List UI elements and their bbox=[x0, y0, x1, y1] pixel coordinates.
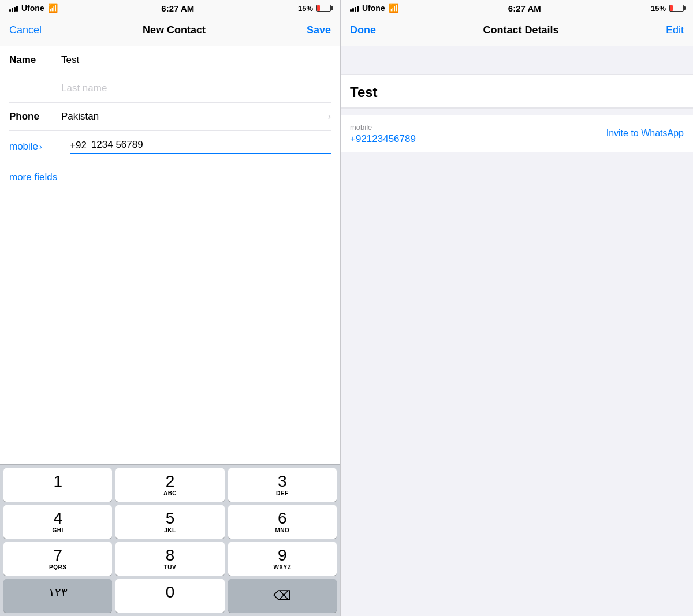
phone-type-label: mobile bbox=[350, 123, 372, 132]
name-row: Name bbox=[9, 46, 331, 74]
right-nav-bar: Done Contact Details Edit bbox=[341, 16, 693, 46]
contact-separator bbox=[341, 108, 693, 115]
phone-row: Phone Pakistan › bbox=[9, 103, 331, 131]
right-panel: Ufone 📶 6:27 AM 15% Done Contact Details… bbox=[341, 0, 693, 616]
right-battery-icon bbox=[669, 5, 684, 12]
key-4[interactable]: 4 GHI bbox=[3, 505, 112, 539]
contact-form: Name Phone Pakistan › mobile › bbox=[0, 46, 340, 464]
battery-icon bbox=[316, 5, 331, 12]
contact-body-area bbox=[341, 152, 693, 326]
backspace-button[interactable]: ⌫ bbox=[228, 579, 337, 613]
mobile-label: mobile bbox=[9, 141, 38, 152]
phone-label: Phone bbox=[9, 111, 61, 122]
contact-name: Test bbox=[350, 84, 378, 100]
key-2[interactable]: 2 ABC bbox=[116, 468, 224, 502]
signal-icon bbox=[9, 5, 18, 12]
right-carrier-info: Ufone 📶 bbox=[350, 3, 398, 13]
numeric-keyboard: 1 2 ABC 3 DEF 4 GHI 5 JKL 6 MNO bbox=[0, 464, 340, 616]
left-time: 6:27 AM bbox=[161, 3, 194, 13]
keyboard-row-3: 7 PQRS 8 TUV 9 WXYZ bbox=[0, 539, 340, 576]
key-123[interactable]: ۱۲۳ bbox=[3, 579, 112, 613]
left-battery-info: 15% bbox=[298, 4, 331, 13]
form-section: Name Phone Pakistan › mobile › bbox=[0, 46, 340, 192]
right-status-bar: Ufone 📶 6:27 AM 15% bbox=[341, 0, 693, 16]
keyboard-row-4: ۱۲۳ 0 ⌫ bbox=[0, 576, 340, 616]
key-7[interactable]: 7 PQRS bbox=[3, 542, 112, 576]
right-battery-label: 15% bbox=[651, 4, 666, 13]
keyboard-row-2: 4 GHI 5 JKL 6 MNO bbox=[0, 502, 340, 539]
left-nav-bar: Cancel New Contact Save bbox=[0, 16, 340, 46]
key-9[interactable]: 9 WXYZ bbox=[228, 542, 337, 576]
mobile-chevron-icon: › bbox=[39, 142, 42, 151]
phone-detail-left: mobile +92123456789 bbox=[350, 122, 416, 145]
last-name-row bbox=[9, 74, 331, 103]
more-fields-button[interactable]: more fields bbox=[9, 162, 57, 192]
battery-label: 15% bbox=[298, 4, 313, 13]
new-contact-title: New Contact bbox=[143, 24, 206, 36]
left-panel: Ufone 📶 6:27 AM 15% Cancel New Contact S… bbox=[0, 0, 341, 616]
phone-number-link[interactable]: +92123456789 bbox=[350, 133, 416, 145]
backspace-icon: ⌫ bbox=[273, 588, 291, 603]
left-carrier-info: Ufone 📶 bbox=[9, 3, 58, 13]
chevron-right-icon: › bbox=[328, 111, 331, 122]
cancel-button[interactable]: Cancel bbox=[9, 24, 42, 36]
done-button[interactable]: Done bbox=[350, 24, 376, 36]
save-button[interactable]: Save bbox=[307, 24, 331, 36]
carrier-name: Ufone bbox=[21, 3, 44, 13]
name-label: Name bbox=[9, 54, 61, 66]
key-1[interactable]: 1 bbox=[3, 468, 112, 502]
phone-prefix: +92 bbox=[70, 140, 87, 151]
key-3[interactable]: 3 DEF bbox=[228, 468, 337, 502]
edit-button[interactable]: Edit bbox=[666, 24, 684, 36]
right-carrier-name: Ufone bbox=[362, 3, 385, 13]
first-name-input[interactable] bbox=[61, 54, 331, 66]
phone-number-input[interactable] bbox=[91, 139, 331, 152]
keyboard-row-1: 1 2 ABC 3 DEF bbox=[0, 465, 340, 502]
right-signal-icon bbox=[350, 5, 359, 12]
right-wifi-icon: 📶 bbox=[389, 3, 398, 13]
mobile-row: mobile › +92 bbox=[9, 131, 331, 162]
key-0[interactable]: 0 bbox=[116, 579, 224, 613]
key-5[interactable]: 5 JKL bbox=[116, 505, 224, 539]
right-time: 6:27 AM bbox=[508, 3, 541, 13]
phone-country: Pakistan bbox=[61, 111, 328, 122]
last-name-input[interactable] bbox=[61, 83, 331, 94]
contact-detail-area: Test mobile +92123456789 Invite to Whats… bbox=[341, 46, 693, 616]
contact-phone-block: mobile +92123456789 Invite to WhatsApp bbox=[341, 115, 693, 152]
contact-name-block: Test bbox=[341, 75, 693, 108]
contact-avatar-area bbox=[341, 46, 693, 75]
key-6[interactable]: 6 MNO bbox=[228, 505, 337, 539]
wifi-icon: 📶 bbox=[48, 3, 58, 13]
key-8[interactable]: 8 TUV bbox=[116, 542, 224, 576]
whatsapp-invite-button[interactable]: Invite to WhatsApp bbox=[606, 128, 684, 139]
contact-details-title: Contact Details bbox=[483, 24, 558, 36]
mobile-label-button[interactable]: mobile › bbox=[9, 141, 70, 152]
left-status-bar: Ufone 📶 6:27 AM 15% bbox=[0, 0, 340, 16]
right-battery-info: 15% bbox=[651, 4, 684, 13]
